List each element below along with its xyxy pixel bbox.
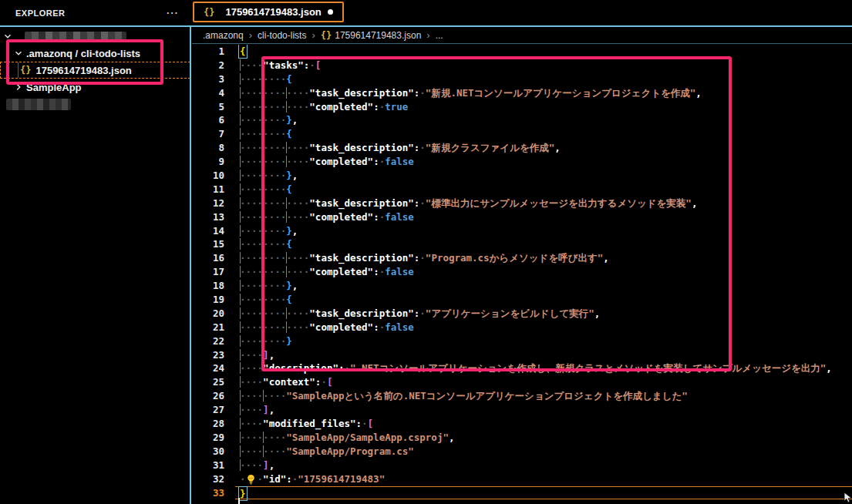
folder-label: .amazonq / cli-todo-lists <box>26 48 140 59</box>
token: } <box>286 225 292 237</box>
token: ···· <box>240 87 263 99</box>
token: ···· <box>263 156 286 167</box>
token: ···· <box>240 349 263 361</box>
token: ···· <box>240 307 263 319</box>
tab-json-file[interactable]: {} 1759614719483.json <box>193 2 344 22</box>
token: ···· <box>240 335 263 347</box>
code-line-12[interactable]: 12············"task_description":·"標準出力に… <box>192 197 852 210</box>
line-number: 26 <box>192 389 224 403</box>
code-line-31[interactable]: 31····], <box>192 459 852 472</box>
code-editor[interactable]: 1{2····"tasks":·[3········{4············… <box>192 45 852 504</box>
line-number: 13 <box>192 210 224 224</box>
breadcrumb: .amazonq › cli-todo-lists › {} 175961471… <box>192 27 852 44</box>
token: ···· <box>240 170 263 181</box>
line-number: 9 <box>192 155 224 169</box>
code-line-26[interactable]: 26········"SampleAppという名前の.NETコンソールアプリケー… <box>192 389 852 403</box>
code-line-27[interactable]: 27····], <box>192 403 852 417</box>
code-line-3[interactable]: 3········{ <box>192 72 852 86</box>
token: ···· <box>240 404 263 415</box>
token: · <box>344 362 350 374</box>
token: , <box>449 432 455 443</box>
dirty-indicator-icon[interactable] <box>328 9 333 15</box>
token: ···· <box>240 197 263 209</box>
line-content: ····"description":·".NETコンソールアプリケーションを作成… <box>235 361 852 375</box>
line-number: 29 <box>192 431 224 445</box>
code-line-10[interactable]: 10········}, <box>192 169 852 183</box>
token: ···· <box>286 321 309 333</box>
token: ···· <box>263 101 286 113</box>
breadcrumb-separator-icon: › <box>426 29 429 41</box>
more-actions-icon[interactable]: ⋯ <box>166 7 178 19</box>
token: , <box>269 459 275 471</box>
token: "SampleApp/SampleApp.csproj" <box>286 432 449 443</box>
token: ···· <box>240 156 263 167</box>
token: ···· <box>240 183 263 195</box>
code-line-5[interactable]: 5············"completed":·true <box>192 100 852 114</box>
code-line-11[interactable]: 11········{ <box>192 183 852 197</box>
code-line-15[interactable]: 15········{ <box>192 237 852 251</box>
token: ···· <box>240 128 263 139</box>
line-content: ········"SampleApp/Program.cs" <box>235 445 852 459</box>
token: , <box>594 307 601 319</box>
code-line-23[interactable]: 23····], <box>192 348 852 362</box>
token: "modified_files" <box>263 418 355 429</box>
line-number: 14 <box>192 224 224 238</box>
code-line-30[interactable]: 30········"SampleApp/Program.cs" <box>192 445 852 459</box>
code-line-4[interactable]: 4············"task_description":·"新規.NET… <box>192 86 852 100</box>
token: "SampleApp/Program.cs" <box>286 445 414 457</box>
token: ···· <box>240 114 263 126</box>
code-line-21[interactable]: 21············"completed":·false <box>192 321 852 334</box>
token: , <box>292 114 298 126</box>
token: "task_description" <box>309 197 413 209</box>
token: ···· <box>263 445 286 457</box>
token: ···· <box>263 432 286 443</box>
tab-label: 1759614719483.json <box>225 6 321 18</box>
tree-item-amazonq-cli-todo-lists[interactable]: .amazonq / cli-todo-lists <box>0 45 190 62</box>
code-line-13[interactable]: 13············"completed":·false <box>192 210 852 224</box>
code-line-24[interactable]: 24····"description":·".NETコンソールアプリケーションを… <box>192 361 852 375</box>
line-content: ········} <box>235 334 852 348</box>
code-line-28[interactable]: 28····"modified_files":·[ <box>192 417 852 431</box>
code-line-9[interactable]: 9············"completed":·false <box>192 155 852 169</box>
token: , <box>292 280 298 291</box>
file-tree: .amazonq / cli-todo-lists {} 17596147194… <box>0 28 190 113</box>
code-line-1[interactable]: 1{ <box>192 45 852 59</box>
code-line-32[interactable]: 32··"id":·"1759614719483" <box>192 472 852 486</box>
breadcrumb-item-amazonq[interactable]: .amazonq <box>203 30 244 41</box>
code-line-6[interactable]: 6········}, <box>192 113 852 127</box>
token: ···· <box>286 252 309 264</box>
code-line-14[interactable]: 14········}, <box>192 224 852 238</box>
code-line-18[interactable]: 18········}, <box>192 279 852 293</box>
line-content: ····"modified_files":·[ <box>235 417 852 431</box>
line-content: ········{ <box>235 72 852 86</box>
tree-item-json-file[interactable]: {} 1759614719483.json <box>0 62 190 79</box>
code-line-25[interactable]: 25····"context":·[ <box>192 375 852 389</box>
explorer-title: EXPLORER <box>15 8 66 18</box>
code-line-33[interactable]: 33} <box>192 486 852 500</box>
token: ···· <box>263 266 286 277</box>
line-number: 11 <box>192 183 224 197</box>
code-line-20[interactable]: 20············"task_description":·"アプリケー… <box>192 307 852 321</box>
breadcrumb-item-filename[interactable]: 1759614719483.json <box>335 30 421 41</box>
token: false <box>385 266 414 277</box>
code-line-29[interactable]: 29········"SampleApp/SampleApp.csproj", <box>192 431 852 445</box>
token: ···· <box>263 252 286 264</box>
token: } <box>240 488 246 499</box>
token: ] <box>263 459 269 471</box>
code-line-7[interactable]: 7········{ <box>192 127 852 141</box>
code-line-17[interactable]: 17············"completed":·false <box>192 265 852 279</box>
breadcrumb-item-more[interactable]: ... <box>436 30 443 41</box>
tree-item-workspace-root[interactable] <box>0 28 190 45</box>
code-line-2[interactable]: 2····"tasks":·[ <box>192 59 852 72</box>
code-line-19[interactable]: 19········{ <box>192 293 852 307</box>
code-line-8[interactable]: 8············"task_description":·"新規クラスフ… <box>192 141 852 155</box>
tree-item-sampleapp[interactable]: SampleApp <box>0 79 190 96</box>
code-line-22[interactable]: 22········} <box>192 334 852 348</box>
tree-item-redacted[interactable] <box>0 96 190 113</box>
token: ···· <box>263 128 286 139</box>
token: [ <box>315 59 322 71</box>
line-content: ····], <box>235 459 852 472</box>
explorer-sidebar: EXPLORER ⋯ .amazonq / cli-todo-lists {} … <box>0 0 190 504</box>
breadcrumb-item-cli-todo-lists[interactable]: cli-todo-lists <box>258 30 306 41</box>
code-line-16[interactable]: 16············"task_description":·"Progr… <box>192 251 852 265</box>
